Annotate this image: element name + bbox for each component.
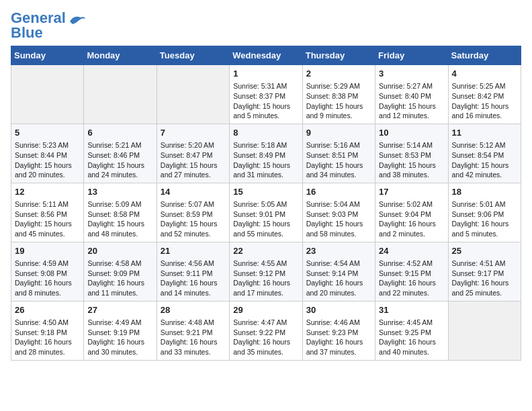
calendar-cell: 30Sunrise: 4:46 AM Sunset: 9:23 PM Dayli… [302,301,375,360]
day-info: Sunrise: 4:50 AM Sunset: 9:18 PM Dayligh… [15,318,80,357]
day-info: Sunrise: 5:25 AM Sunset: 8:42 PM Dayligh… [452,81,517,121]
day-number: 21 [161,245,226,257]
day-number: 26 [15,304,80,316]
day-info: Sunrise: 4:45 AM Sunset: 9:25 PM Dayligh… [379,318,444,357]
calendar-cell: 28Sunrise: 4:48 AM Sunset: 9:21 PM Dayli… [157,301,229,360]
calendar-cell: 10Sunrise: 5:14 AM Sunset: 8:53 PM Dayli… [375,124,448,183]
day-number: 30 [306,304,371,316]
calendar-cell: 21Sunrise: 4:56 AM Sunset: 9:11 PM Dayli… [157,242,229,301]
day-info: Sunrise: 4:58 AM Sunset: 9:09 PM Dayligh… [87,259,152,298]
day-number: 16 [306,186,371,198]
day-info: Sunrise: 5:31 AM Sunset: 8:37 PM Dayligh… [233,81,298,121]
day-info: Sunrise: 4:56 AM Sunset: 9:11 PM Dayligh… [161,259,226,298]
day-number: 17 [379,186,444,198]
day-info: Sunrise: 5:23 AM Sunset: 8:44 PM Dayligh… [15,140,80,180]
logo: General Blue [11,11,86,40]
day-info: Sunrise: 5:02 AM Sunset: 9:04 PM Dayligh… [379,199,444,239]
calendar-cell: 15Sunrise: 5:05 AM Sunset: 9:01 PM Dayli… [230,183,302,242]
calendar-cell: 13Sunrise: 5:09 AM Sunset: 8:58 PM Dayli… [84,183,157,242]
weekday-header-sunday: Sunday [11,46,84,65]
day-number: 8 [233,127,298,139]
calendar-body: 1Sunrise: 5:31 AM Sunset: 8:37 PM Daylig… [11,65,521,361]
calendar-cell: 31Sunrise: 4:45 AM Sunset: 9:25 PM Dayli… [375,301,448,360]
day-number: 24 [379,245,444,257]
page-header: General Blue [11,11,521,40]
day-number: 20 [87,245,152,257]
weekday-header-friday: Friday [375,46,448,65]
day-number: 10 [379,127,444,139]
day-info: Sunrise: 4:48 AM Sunset: 9:21 PM Dayligh… [161,318,226,357]
weekday-header-wednesday: Wednesday [230,46,302,65]
weekday-header-saturday: Saturday [448,46,521,65]
day-number: 9 [306,127,371,139]
logo-blue: Blue [11,24,43,41]
calendar-cell: 19Sunrise: 4:59 AM Sunset: 9:08 PM Dayli… [11,242,84,301]
day-number: 13 [87,186,152,198]
calendar-week-row: 1Sunrise: 5:31 AM Sunset: 8:37 PM Daylig… [11,65,521,124]
day-number: 4 [452,68,517,80]
calendar-cell: 20Sunrise: 4:58 AM Sunset: 9:09 PM Dayli… [84,242,157,301]
day-info: Sunrise: 5:01 AM Sunset: 9:06 PM Dayligh… [452,199,517,239]
calendar-cell: 16Sunrise: 5:04 AM Sunset: 9:03 PM Dayli… [302,183,375,242]
calendar-cell: 23Sunrise: 4:54 AM Sunset: 9:14 PM Dayli… [302,242,375,301]
day-info: Sunrise: 4:49 AM Sunset: 9:19 PM Dayligh… [87,318,152,357]
day-info: Sunrise: 4:59 AM Sunset: 9:08 PM Dayligh… [15,259,80,298]
day-number: 28 [161,304,226,316]
calendar-cell: 18Sunrise: 5:01 AM Sunset: 9:06 PM Dayli… [448,183,521,242]
day-number: 11 [452,127,517,139]
day-info: Sunrise: 5:07 AM Sunset: 8:59 PM Dayligh… [161,199,226,239]
calendar-cell: 5Sunrise: 5:23 AM Sunset: 8:44 PM Daylig… [11,124,84,183]
calendar-cell [157,65,229,124]
calendar-week-row: 26Sunrise: 4:50 AM Sunset: 9:18 PM Dayli… [11,301,521,360]
calendar-week-row: 19Sunrise: 4:59 AM Sunset: 9:08 PM Dayli… [11,242,521,301]
calendar-cell: 14Sunrise: 5:07 AM Sunset: 8:59 PM Dayli… [157,183,229,242]
weekday-header-thursday: Thursday [302,46,375,65]
day-number: 7 [161,127,226,139]
weekday-header-row: SundayMondayTuesdayWednesdayThursdayFrid… [11,46,521,65]
day-number: 12 [15,186,80,198]
day-number: 29 [233,304,298,316]
day-number: 25 [452,245,517,257]
day-info: Sunrise: 5:29 AM Sunset: 8:38 PM Dayligh… [306,81,371,121]
calendar-week-row: 5Sunrise: 5:23 AM Sunset: 8:44 PM Daylig… [11,124,521,183]
day-number: 31 [379,304,444,316]
logo-text: General Blue [11,11,66,40]
calendar-cell [84,65,157,124]
logo-bird-icon [67,12,86,27]
day-number: 6 [87,127,152,139]
calendar-cell: 27Sunrise: 4:49 AM Sunset: 9:19 PM Dayli… [84,301,157,360]
day-info: Sunrise: 5:21 AM Sunset: 8:46 PM Dayligh… [87,140,152,180]
day-number: 14 [161,186,226,198]
calendar-cell: 22Sunrise: 4:55 AM Sunset: 9:12 PM Dayli… [230,242,302,301]
calendar-cell: 4Sunrise: 5:25 AM Sunset: 8:42 PM Daylig… [448,65,521,124]
calendar-week-row: 12Sunrise: 5:11 AM Sunset: 8:56 PM Dayli… [11,183,521,242]
calendar-cell: 25Sunrise: 4:51 AM Sunset: 9:17 PM Dayli… [448,242,521,301]
day-info: Sunrise: 4:47 AM Sunset: 9:22 PM Dayligh… [233,318,298,357]
day-info: Sunrise: 4:55 AM Sunset: 9:12 PM Dayligh… [233,259,298,298]
day-info: Sunrise: 5:18 AM Sunset: 8:49 PM Dayligh… [233,140,298,180]
day-info: Sunrise: 5:05 AM Sunset: 9:01 PM Dayligh… [233,199,298,239]
weekday-header-tuesday: Tuesday [157,46,229,65]
day-info: Sunrise: 5:20 AM Sunset: 8:47 PM Dayligh… [161,140,226,180]
day-info: Sunrise: 5:11 AM Sunset: 8:56 PM Dayligh… [15,199,80,239]
calendar-cell: 12Sunrise: 5:11 AM Sunset: 8:56 PM Dayli… [11,183,84,242]
calendar-cell: 24Sunrise: 4:52 AM Sunset: 9:15 PM Dayli… [375,242,448,301]
day-info: Sunrise: 5:04 AM Sunset: 9:03 PM Dayligh… [306,199,371,239]
day-info: Sunrise: 5:14 AM Sunset: 8:53 PM Dayligh… [379,140,444,180]
calendar-cell: 26Sunrise: 4:50 AM Sunset: 9:18 PM Dayli… [11,301,84,360]
day-number: 22 [233,245,298,257]
day-info: Sunrise: 4:52 AM Sunset: 9:15 PM Dayligh… [379,259,444,298]
day-number: 27 [87,304,152,316]
calendar-cell: 9Sunrise: 5:16 AM Sunset: 8:51 PM Daylig… [302,124,375,183]
day-info: Sunrise: 5:12 AM Sunset: 8:54 PM Dayligh… [452,140,517,180]
day-info: Sunrise: 5:27 AM Sunset: 8:40 PM Dayligh… [379,81,444,121]
day-info: Sunrise: 5:09 AM Sunset: 8:58 PM Dayligh… [87,199,152,239]
calendar-cell: 7Sunrise: 5:20 AM Sunset: 8:47 PM Daylig… [157,124,229,183]
calendar-cell: 29Sunrise: 4:47 AM Sunset: 9:22 PM Dayli… [230,301,302,360]
calendar-cell: 6Sunrise: 5:21 AM Sunset: 8:46 PM Daylig… [84,124,157,183]
day-number: 3 [379,68,444,80]
calendar-header: SundayMondayTuesdayWednesdayThursdayFrid… [11,46,521,65]
calendar-cell: 3Sunrise: 5:27 AM Sunset: 8:40 PM Daylig… [375,65,448,124]
day-number: 5 [15,127,80,139]
calendar-cell [448,301,521,360]
